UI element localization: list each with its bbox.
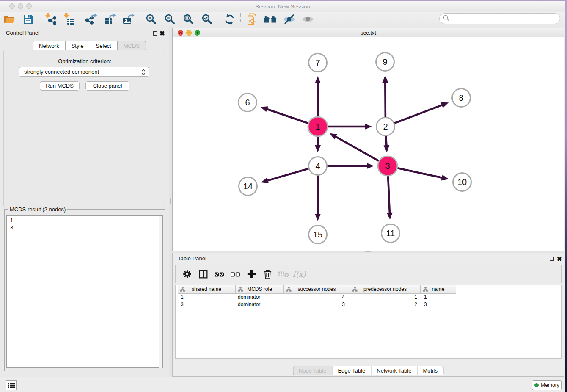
table-cell[interactable]: 1 (178, 294, 236, 301)
window-titlebar: Session: New Session (0, 0, 565, 11)
search-icon (443, 15, 449, 23)
tab-network-table[interactable]: Network Table (371, 366, 417, 375)
svg-text:4: 4 (315, 161, 320, 171)
node-14[interactable]: 14 (239, 177, 257, 196)
network-maximize-button[interactable] (195, 30, 200, 36)
close-panel-icon[interactable]: ✖ (160, 30, 165, 37)
tab-style[interactable]: Style (65, 41, 90, 50)
settings-button[interactable] (179, 267, 195, 282)
table-row[interactable]: 1dominator411 (178, 294, 456, 301)
table-close-icon[interactable]: ✖ (557, 255, 562, 262)
control-panel: Control Panel ✖ NetworkStyleSelectMCDS O… (0, 26, 169, 377)
node-1[interactable]: 1 (308, 117, 328, 136)
table-cell[interactable]: 3 (284, 301, 350, 308)
import-table-icon (63, 13, 75, 25)
column-header-predecessor-nodes[interactable]: predecessor nodes (350, 285, 421, 294)
import-network-button[interactable] (41, 13, 60, 26)
hide-selected-button[interactable] (280, 13, 298, 26)
export-network-icon (85, 13, 98, 25)
clone-network-button[interactable] (242, 13, 261, 26)
zoom-out-button[interactable] (160, 13, 179, 26)
delete-table-button (275, 267, 292, 282)
network-canvas[interactable]: 1234678910111415 (173, 38, 564, 251)
add-column-button[interactable] (243, 267, 259, 282)
node-3[interactable]: 3 (378, 156, 397, 176)
run-mcds-button[interactable]: Run MCDS (40, 81, 80, 91)
open-session-button[interactable] (0, 13, 19, 26)
zoom-selected-icon (201, 14, 212, 25)
node-10[interactable]: 10 (453, 173, 471, 191)
tab-mcds[interactable]: MCDS (117, 41, 146, 50)
memory-button[interactable]: Memory (532, 380, 562, 390)
node-2[interactable]: 2 (377, 118, 395, 136)
table-cell[interactable]: 1 (421, 294, 456, 301)
svg-text:3: 3 (385, 161, 390, 171)
table-cell[interactable]: 2 (350, 301, 421, 308)
node-6[interactable]: 6 (239, 94, 257, 112)
tab-select[interactable]: Select (90, 41, 118, 50)
node-8[interactable]: 8 (452, 89, 471, 107)
node-9[interactable]: 9 (376, 53, 394, 71)
node-4[interactable]: 4 (309, 157, 327, 175)
tab-edge-table[interactable]: Edge Table (332, 366, 371, 375)
show-all-networks-button[interactable] (261, 13, 280, 26)
node-7[interactable]: 7 (309, 54, 327, 72)
column-header-name[interactable]: name (421, 285, 456, 294)
zoom-selected-button[interactable] (198, 13, 216, 26)
export-image-button[interactable] (119, 13, 138, 26)
panel-splitter-vertical[interactable] (169, 26, 172, 377)
save-session-button[interactable] (19, 13, 37, 26)
select-all-icon (214, 270, 225, 279)
show-selected-button[interactable] (298, 13, 317, 26)
svg-text:6: 6 (245, 98, 250, 107)
network-minimize-button[interactable] (186, 30, 192, 36)
svg-text:8: 8 (459, 93, 463, 102)
column-header-shared-name[interactable]: shared name (178, 285, 236, 294)
table-row[interactable]: 3dominator323 (178, 301, 456, 308)
table-header-row: shared nameMCDS rolesuccessor nodesprede… (178, 285, 456, 294)
table-cell[interactable]: 3 (421, 301, 456, 308)
task-history-button[interactable] (6, 380, 17, 390)
delete-column-button[interactable] (259, 267, 275, 282)
float-panel-icon[interactable] (153, 31, 157, 36)
dropdown-stepper-icon (141, 69, 146, 75)
mcds-result-text[interactable]: 13 (6, 215, 163, 368)
deselect-all-button[interactable] (227, 267, 243, 282)
search-field[interactable] (439, 13, 560, 24)
optimization-criterion-label: Optimization criterion: (0, 58, 169, 64)
toolbar-separator (218, 13, 218, 25)
import-table-button[interactable] (60, 13, 78, 26)
tab-network[interactable]: Network (33, 41, 66, 50)
tab-node-table[interactable]: Node Table (293, 366, 333, 375)
tab-motifs[interactable]: Motifs (417, 366, 443, 375)
refresh-button[interactable] (220, 13, 239, 26)
result-line: 1 (10, 217, 162, 224)
column-header-successor-nodes[interactable]: successor nodes (284, 285, 350, 294)
table-cell[interactable]: 1 (350, 294, 421, 301)
zoom-fit-button[interactable] (179, 13, 198, 26)
network-close-button[interactable] (178, 30, 183, 36)
show-all-networks-icon (263, 14, 278, 25)
node-11[interactable]: 11 (382, 224, 400, 243)
table-cell[interactable]: 3 (178, 301, 236, 308)
table-cell[interactable]: dominator (236, 301, 284, 308)
split-view-button[interactable] (195, 267, 211, 282)
table-cell[interactable]: 4 (284, 294, 350, 301)
export-image-icon (123, 13, 135, 25)
table-float-icon[interactable] (550, 257, 554, 261)
node-15[interactable]: 15 (309, 226, 327, 244)
svg-text:2: 2 (383, 122, 388, 131)
edge-2-8[interactable] (385, 102, 449, 127)
select-all-button[interactable] (211, 267, 227, 282)
application-window: Session: New Session Control Panel ✖ Net… (0, 0, 567, 392)
optimization-criterion-dropdown[interactable]: strongly connected component (19, 67, 149, 77)
table-panel-title: Table Panel (178, 255, 206, 262)
column-header-MCDS-role[interactable]: MCDS role (236, 285, 284, 294)
export-table-button[interactable] (101, 13, 119, 26)
close-panel-button[interactable]: Close panel (85, 81, 129, 91)
export-network-button[interactable] (82, 13, 101, 26)
network-window-title: scc.txt (173, 28, 564, 37)
table-cell[interactable]: dominator (236, 294, 284, 301)
zoom-in-button[interactable] (142, 13, 160, 26)
result-scrollbar[interactable] (159, 216, 162, 368)
